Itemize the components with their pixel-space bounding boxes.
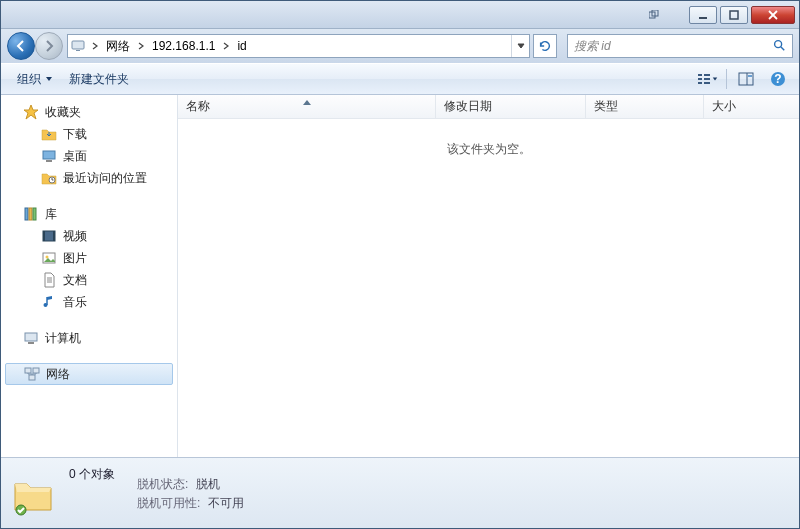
- sidebar-item-pictures[interactable]: 图片: [1, 247, 177, 269]
- svg-rect-40: [33, 368, 39, 373]
- svg-rect-15: [704, 74, 710, 76]
- sidebar-item-recent[interactable]: 最近访问的位置: [1, 167, 177, 189]
- svg-rect-21: [748, 75, 752, 77]
- maximize-button[interactable]: [720, 6, 748, 24]
- refresh-button[interactable]: [533, 34, 557, 58]
- column-modified[interactable]: 修改日期: [436, 95, 586, 118]
- search-icon: [772, 38, 786, 55]
- column-size[interactable]: 大小: [704, 95, 799, 118]
- path-chevron-icon[interactable]: [88, 35, 102, 57]
- svg-marker-42: [303, 100, 311, 105]
- svg-rect-16: [704, 78, 710, 80]
- offline-avail-label: 脱机可用性:: [137, 495, 200, 512]
- search-placeholder: 搜索 id: [574, 38, 611, 55]
- svg-rect-37: [25, 333, 37, 341]
- sidebar-item-computer[interactable]: 计算机: [1, 327, 177, 349]
- sidebar-item-desktop[interactable]: 桌面: [1, 145, 177, 167]
- details-pane: 0 个对象 脱机状态: 脱机 脱机可用性: 不可用: [1, 457, 799, 529]
- sort-ascending-icon: [303, 94, 311, 108]
- organize-button[interactable]: 组织: [9, 67, 61, 92]
- new-folder-button[interactable]: 新建文件夹: [61, 67, 137, 92]
- svg-rect-28: [25, 208, 28, 220]
- svg-rect-7: [76, 50, 80, 51]
- svg-marker-11: [46, 77, 52, 81]
- sidebar-item-network[interactable]: 网络: [5, 363, 173, 385]
- svg-rect-17: [704, 82, 710, 84]
- offline-avail-value: 不可用: [208, 495, 244, 512]
- path-segment[interactable]: 网络: [102, 35, 134, 57]
- back-button[interactable]: [7, 32, 35, 60]
- svg-rect-33: [53, 231, 55, 241]
- preview-pane-button[interactable]: [733, 68, 759, 90]
- svg-marker-8: [518, 44, 524, 48]
- svg-point-9: [775, 40, 782, 47]
- help-button[interactable]: ?: [765, 68, 791, 90]
- sidebar-item-videos[interactable]: 视频: [1, 225, 177, 247]
- svg-marker-18: [713, 78, 718, 81]
- minimize-button[interactable]: [689, 6, 717, 24]
- sidebar-item-downloads[interactable]: 下载: [1, 123, 177, 145]
- search-input[interactable]: 搜索 id: [567, 34, 793, 58]
- folder-large-icon: [9, 470, 57, 518]
- svg-rect-14: [698, 82, 702, 84]
- svg-rect-6: [72, 41, 84, 49]
- svg-rect-13: [698, 78, 702, 80]
- svg-marker-24: [24, 105, 38, 119]
- window-titlebar: [1, 1, 799, 29]
- path-chevron-icon[interactable]: [219, 35, 233, 57]
- path-chevron-icon[interactable]: [134, 35, 148, 57]
- forward-button[interactable]: [35, 32, 63, 60]
- cascade-icon[interactable]: [640, 6, 668, 24]
- svg-line-10: [781, 46, 785, 50]
- sidebar-favorites[interactable]: 收藏夹: [1, 101, 177, 123]
- path-segment[interactable]: 192.168.1.1: [148, 35, 219, 57]
- navigation-pane: 收藏夹 下载 桌面 最近访问的位置 库 视频 图片 文档: [1, 95, 178, 457]
- svg-rect-29: [29, 208, 32, 220]
- column-name[interactable]: 名称: [178, 95, 436, 118]
- sidebar-item-music[interactable]: 音乐: [1, 291, 177, 313]
- svg-rect-26: [46, 160, 52, 162]
- offline-state-value: 脱机: [196, 476, 220, 493]
- sidebar-item-documents[interactable]: 文档: [1, 269, 177, 291]
- column-headers: 名称 修改日期 类型 大小: [178, 95, 799, 119]
- view-options-button[interactable]: [694, 68, 720, 90]
- svg-point-35: [46, 256, 49, 259]
- empty-folder-message: 该文件夹为空。: [178, 119, 799, 457]
- command-bar: 组织 新建文件夹 ?: [1, 63, 799, 95]
- svg-text:?: ?: [774, 72, 781, 86]
- close-button[interactable]: [751, 6, 795, 24]
- svg-rect-32: [43, 231, 45, 241]
- svg-rect-30: [33, 208, 36, 220]
- sidebar-libraries[interactable]: 库: [1, 203, 177, 225]
- column-type[interactable]: 类型: [586, 95, 704, 118]
- address-bar[interactable]: 网络 192.168.1.1 id: [67, 34, 530, 58]
- svg-rect-12: [698, 74, 702, 76]
- svg-rect-38: [28, 342, 34, 344]
- svg-rect-25: [43, 151, 55, 159]
- content-area: 名称 修改日期 类型 大小 该文件夹为空。: [178, 95, 799, 457]
- network-path-icon: [68, 38, 88, 54]
- navigation-bar: 网络 192.168.1.1 id 搜索 id: [1, 29, 799, 63]
- svg-rect-3: [730, 11, 738, 19]
- svg-rect-19: [739, 73, 753, 85]
- path-segment[interactable]: id: [233, 35, 250, 57]
- address-dropdown-icon[interactable]: [511, 35, 529, 57]
- svg-rect-39: [25, 368, 31, 373]
- svg-rect-41: [29, 375, 35, 380]
- svg-point-36: [44, 303, 48, 307]
- offline-state-label: 脱机状态:: [137, 476, 188, 493]
- object-count: 0 个对象: [69, 466, 115, 483]
